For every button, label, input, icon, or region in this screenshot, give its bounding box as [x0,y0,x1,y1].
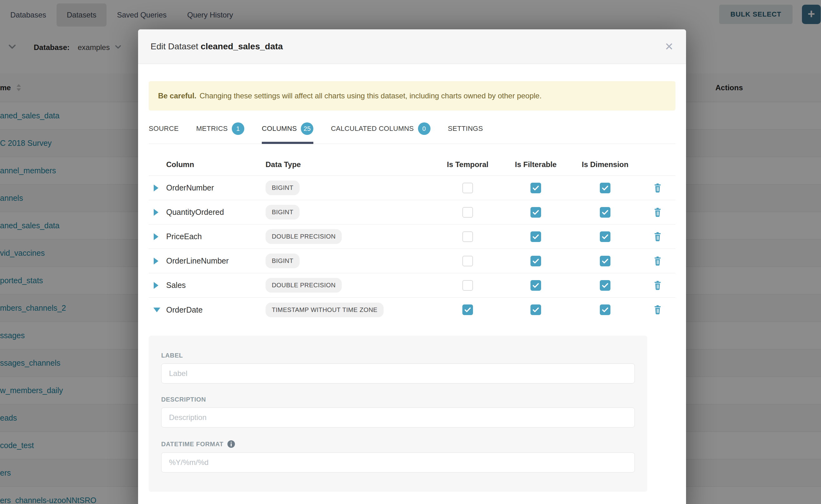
is-temporal-cell [463,304,473,315]
screen: DatabasesDatasetsSaved QueriesQuery Hist… [0,0,821,504]
datetime-format-input[interactable] [161,452,635,472]
column-header-is-dimension: Is Dimension [582,160,628,169]
columns-table: ColumnData TypeIs TemporalIs FilterableI… [149,153,675,322]
close-icon[interactable]: ✕ [665,41,674,52]
tab-label: METRICS [196,125,228,133]
label-field-label-text: LABEL [161,352,183,359]
edit-dataset-modal: Edit Dataset cleaned_sales_data ✕ Be car… [138,29,686,504]
label-field-label: LABEL [161,352,635,359]
is-dimension-checkbox[interactable] [600,280,611,291]
label-field-group: LABEL [161,352,635,383]
is-dimension-cell [600,183,611,193]
expand-caret-icon[interactable] [149,282,159,289]
modal-body: Be careful. Changing these settings will… [138,81,686,492]
delete-column-icon[interactable] [653,305,662,315]
is-temporal-checkbox[interactable] [463,231,473,242]
is-temporal-cell [463,231,473,242]
column-header-is-filterable: Is Filterable [515,160,557,169]
is-temporal-checkbox[interactable] [463,207,473,218]
modal-title-prefix: Edit Dataset [151,42,198,51]
datetime-format-label-text: DATETIME FORMAT [161,441,223,448]
column-name: OrderNumber [166,183,265,192]
tab-label: SETTINGS [448,125,483,133]
modal-title: Edit Dataset cleaned_sales_data [151,42,283,52]
expand-caret-icon[interactable] [149,184,159,192]
column-header-column: Column [166,160,265,169]
data-type-pill: BIGINT [265,205,299,220]
description-input[interactable] [161,408,635,427]
is-filterable-checkbox[interactable] [531,183,541,193]
is-temporal-checkbox[interactable] [463,183,473,193]
tab-columns[interactable]: COLUMNS25 [262,122,313,144]
column-editor-panel: LABEL DESCRIPTION DATETIME FORMAT [149,336,647,492]
datetime-format-field-label: DATETIME FORMAT [161,440,635,448]
delete-column-icon[interactable] [653,183,662,193]
column-name: PriceEach [166,232,265,241]
is-filterable-checkbox[interactable] [531,231,541,242]
is-dimension-cell [600,304,611,315]
is-filterable-checkbox[interactable] [531,256,541,266]
is-dimension-checkbox[interactable] [600,304,611,315]
column-row-sales: SalesDOUBLE PRECISION [149,273,675,298]
delete-column-icon[interactable] [653,207,662,217]
description-field-group: DESCRIPTION [161,396,635,427]
is-temporal-checkbox[interactable] [463,304,473,315]
data-type-pill: TIMESTAMP WITHOUT TIME ZONE [265,303,383,317]
column-row-quantityordered: QuantityOrderedBIGINT [149,200,675,225]
tab-label: COLUMNS [262,125,297,133]
column-row-priceeach: PriceEachDOUBLE PRECISION [149,225,675,249]
is-dimension-cell [600,280,611,291]
column-row-ordernumber: OrderNumberBIGINT [149,176,675,200]
description-field-label: DESCRIPTION [161,396,635,403]
is-dimension-checkbox[interactable] [600,256,611,266]
is-dimension-checkbox[interactable] [600,231,611,242]
is-filterable-cell [531,183,541,193]
data-type-pill: DOUBLE PRECISION [265,278,342,293]
tab-calculated-columns[interactable]: CALCULATED COLUMNS0 [331,122,430,144]
label-input[interactable] [161,363,635,383]
expand-caret-icon[interactable] [149,257,159,265]
columns-table-header: ColumnData TypeIs TemporalIs FilterableI… [149,153,675,176]
is-temporal-cell [463,183,473,193]
column-name: OrderDate [166,305,265,314]
datetime-format-field-group: DATETIME FORMAT [161,440,635,472]
column-row-orderdate: OrderDateTIMESTAMP WITHOUT TIME ZONE [149,298,675,322]
is-temporal-cell [463,280,473,291]
is-filterable-cell [531,231,541,242]
data-type-cell: DOUBLE PRECISION [265,278,434,293]
tab-settings[interactable]: SETTINGS [448,122,483,144]
is-filterable-checkbox[interactable] [531,280,541,291]
column-name: QuantityOrdered [166,208,265,217]
is-temporal-checkbox[interactable] [463,280,473,291]
is-filterable-checkbox[interactable] [531,207,541,218]
is-temporal-checkbox[interactable] [463,256,473,266]
data-type-cell: BIGINT [265,205,434,220]
expand-caret-icon[interactable] [149,209,159,216]
warning-banner-text: Changing these settings will affect all … [200,91,542,100]
column-name: Sales [166,281,265,290]
is-dimension-cell [600,207,611,218]
expand-caret-icon[interactable] [149,233,159,240]
tab-count-badge: 1 [232,122,244,135]
tab-label: CALCULATED COLUMNS [331,125,414,133]
data-type-pill: BIGINT [265,254,299,268]
warning-banner: Be careful. Changing these settings will… [149,81,675,111]
is-temporal-cell [463,207,473,218]
tab-metrics[interactable]: METRICS1 [196,122,244,144]
collapse-caret-icon[interactable] [149,307,161,313]
column-name: OrderLineNumber [166,256,265,265]
is-dimension-checkbox[interactable] [600,207,611,218]
warning-banner-bold: Be careful. [158,91,196,100]
info-icon[interactable] [227,440,235,448]
delete-column-icon[interactable] [653,232,662,242]
tab-count-badge: 0 [418,122,431,135]
is-filterable-checkbox[interactable] [531,304,541,315]
is-dimension-checkbox[interactable] [600,183,611,193]
delete-column-icon[interactable] [653,256,662,266]
tab-label: SOURCE [149,125,179,133]
column-row-orderlinenumber: OrderLineNumberBIGINT [149,249,675,273]
data-type-cell: TIMESTAMP WITHOUT TIME ZONE [265,303,434,317]
tab-source[interactable]: SOURCE [149,122,179,144]
is-dimension-cell [600,256,611,266]
delete-column-icon[interactable] [653,280,662,290]
